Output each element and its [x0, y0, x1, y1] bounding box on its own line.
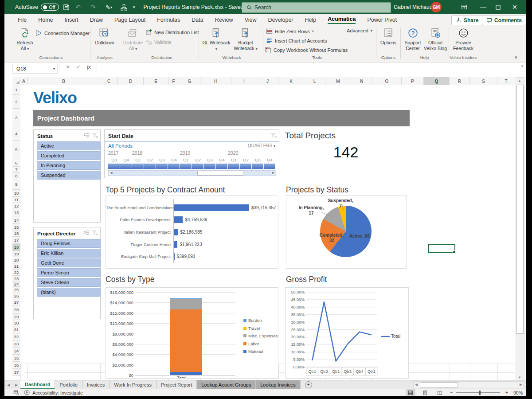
tab-view[interactable]: View: [245, 17, 257, 23]
sheet-tab-dashboard[interactable]: Dashboard: [20, 380, 55, 389]
tab-file[interactable]: File: [18, 17, 27, 23]
row-header-36[interactable]: 36: [12, 362, 21, 369]
drilldown-button[interactable]: Drilldown: [92, 27, 117, 46]
multi-select-icon[interactable]: [83, 230, 90, 236]
tab-acumatica[interactable]: Acumatica: [328, 16, 356, 24]
costs-by-type-chart[interactable]: $16,000,000$14,000,000$12,000,000$10,000…: [106, 287, 278, 379]
column-header-A[interactable]: A: [20, 77, 27, 86]
column-header-R[interactable]: R: [450, 77, 470, 86]
zoom-level[interactable]: 90%: [513, 390, 523, 395]
timeline-segment[interactable]: [264, 164, 276, 169]
name-box[interactable]: Q18▾: [12, 64, 58, 74]
tab-formulas[interactable]: Formulas: [157, 17, 180, 23]
row-header-13[interactable]: 13: [12, 209, 21, 216]
tab-draw[interactable]: Draw: [90, 17, 103, 23]
clear-filter-icon[interactable]: [92, 230, 98, 236]
gl-writeback-button[interactable]: GL Writeback▾: [202, 27, 231, 51]
zoom-slider[interactable]: [456, 392, 500, 393]
column-header-I[interactable]: I: [231, 77, 257, 86]
sheet-tab-project-report[interactable]: Project Report: [156, 380, 197, 389]
row-header-22[interactable]: 22: [12, 270, 21, 276]
column-header-L[interactable]: L: [304, 77, 325, 86]
confirm-entry-icon[interactable]: ✓: [76, 64, 81, 70]
zoom-out-button[interactable]: −: [450, 390, 453, 395]
provide-feedback-button[interactable]: ProvideFeedback: [450, 27, 476, 51]
timeline-scroll-left-icon[interactable]: ◀: [109, 171, 113, 175]
refresh-all-button[interactable]: RefreshAll ▾: [13, 27, 36, 51]
column-header-N[interactable]: N: [351, 77, 372, 86]
horizontal-scroll-thumb[interactable]: [420, 382, 458, 387]
start-date-timeline[interactable]: Start Date All Periods QUARTERS ▾ 2017Q3…: [104, 129, 279, 178]
tab-help[interactable]: Help: [305, 17, 317, 23]
timeline-segment[interactable]: [192, 164, 204, 169]
top5-chart[interactable]: The Beach Hotel and Condominiums$39,715,…: [106, 195, 278, 269]
row-header-5[interactable]: 5: [12, 141, 21, 159]
column-header-K[interactable]: K: [278, 77, 304, 86]
scroll-up-icon[interactable]: ▲: [516, 78, 523, 84]
new-distribution-list-button[interactable]: New Distribution List: [145, 29, 199, 35]
director-item-doug-fellows[interactable]: Doug Fellows: [37, 239, 101, 248]
row-header-7[interactable]: 7: [12, 167, 21, 173]
timeline-segment[interactable]: [156, 164, 168, 169]
row-header-20[interactable]: 20: [12, 257, 21, 263]
timeline-granularity-select[interactable]: QUARTERS ▾: [248, 143, 275, 148]
row-header-27[interactable]: 27: [12, 299, 21, 305]
director-item-getit-done[interactable]: Getit Done: [37, 258, 101, 267]
column-header-P[interactable]: P: [402, 77, 424, 86]
official-velixo-blog-button[interactable]: OfficialVelixo Blog: [424, 27, 447, 51]
zoom-slider-thumb[interactable]: [479, 391, 481, 395]
ribbon-display-options-button[interactable]: [461, 0, 467, 14]
timeline-segment[interactable]: [240, 164, 252, 169]
options-button[interactable]: Options: [378, 27, 399, 46]
sheet-view-icon[interactable]: [13, 390, 19, 395]
row-header-19[interactable]: 19: [12, 251, 21, 257]
column-header-J[interactable]: J: [257, 77, 278, 86]
row-header-18[interactable]: 18: [12, 244, 21, 251]
tab-review[interactable]: Review: [215, 17, 233, 23]
timeline-segment[interactable]: [216, 164, 228, 169]
sheet-nav-right-icon[interactable]: ▶: [12, 380, 20, 389]
autosave-toggle[interactable]: AutoSave Off: [15, 0, 59, 14]
row-header-12[interactable]: 12: [12, 203, 21, 209]
clear-filter-icon[interactable]: [92, 132, 98, 138]
column-header-D[interactable]: D: [118, 77, 144, 86]
minimize-button[interactable]: —: [480, 0, 486, 14]
tab-insert[interactable]: Insert: [65, 17, 78, 23]
page-break-view-button[interactable]: [435, 389, 445, 396]
director-item-eric-killian[interactable]: Eric Killian: [37, 249, 101, 258]
row-header-23[interactable]: 23: [12, 276, 21, 282]
row-header-37[interactable]: 37: [12, 369, 21, 376]
tab-data[interactable]: Data: [192, 17, 203, 23]
row-header-1[interactable]: 1: [12, 85, 21, 95]
clear-filter-icon[interactable]: [270, 132, 277, 138]
row-header-35[interactable]: 35: [12, 355, 21, 362]
gross-profit-chart[interactable]: 50.00%45.00%40.00%35.00%30.00%25.00%20.0…: [285, 287, 409, 379]
undo-button[interactable]: ↶▾: [75, 0, 82, 14]
select-all-corner[interactable]: [12, 77, 21, 86]
row-header-28[interactable]: 28: [12, 305, 21, 314]
timeline-segment[interactable]: [132, 164, 144, 169]
row-header-26[interactable]: 26: [12, 293, 21, 299]
sheet-tab-work-in-progress[interactable]: Work In Progress: [110, 380, 156, 389]
row-header-10[interactable]: 10: [12, 190, 21, 197]
page-layout-view-button[interactable]: [420, 389, 430, 396]
projects-by-status-chart[interactable]: Active, 86Completed, 32In Planning, 17Su…: [286, 195, 407, 269]
timeline-segment[interactable]: [120, 164, 132, 169]
org-chart-button[interactable]: [121, 0, 127, 14]
row-header-4[interactable]: 4: [12, 127, 21, 141]
status-slicer[interactable]: Status ActiveCompletedIn PlanningSuspend…: [33, 129, 101, 223]
tab-page-layout[interactable]: Page Layout: [114, 17, 145, 23]
timeline-segment[interactable]: [144, 164, 156, 169]
vertical-scrollbar[interactable]: ▲ ▼: [516, 77, 524, 381]
column-header-S[interactable]: S: [470, 77, 497, 86]
row-header-6[interactable]: 6: [12, 159, 21, 167]
accessibility-status[interactable]: Accessibility: Investigate: [32, 390, 83, 395]
column-header-M[interactable]: M: [325, 77, 351, 86]
row-header-15[interactable]: 15: [12, 224, 21, 231]
column-header-B[interactable]: B: [27, 77, 100, 86]
save-button[interactable]: [63, 0, 70, 14]
director-item-pierre-simon[interactable]: Pierre Simon: [37, 268, 101, 277]
sheet-tab-portfolio[interactable]: Portfolio: [55, 380, 82, 389]
budget-writeback-button[interactable]: BudgetWriteback ▾: [232, 27, 259, 51]
hide-zero-rows-button[interactable]: Hide Zero Rows▾: [266, 28, 314, 35]
